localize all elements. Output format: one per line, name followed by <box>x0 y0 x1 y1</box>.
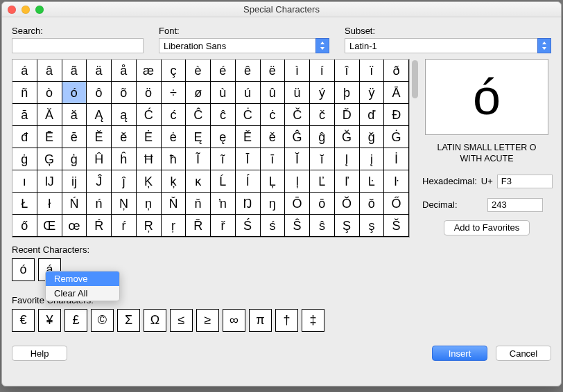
grid-cell[interactable]: Ċ <box>236 104 261 126</box>
grid-cell[interactable]: ő <box>12 215 37 237</box>
grid-cell[interactable]: ë <box>261 60 286 82</box>
grid-cell[interactable]: ģ <box>62 148 87 170</box>
grid-cell[interactable]: å <box>112 60 137 82</box>
favorite-chip[interactable]: © <box>91 309 114 332</box>
maximize-icon[interactable] <box>35 6 44 14</box>
grid-cell[interactable]: Ī <box>236 148 261 170</box>
font-dropdown-button[interactable] <box>315 38 329 53</box>
font-select[interactable] <box>159 38 315 53</box>
grid-cell[interactable]: Ě <box>236 126 261 148</box>
grid-cell[interactable]: Š <box>384 215 409 237</box>
grid-cell[interactable]: Ğ <box>335 126 360 148</box>
grid-cell[interactable]: Ć <box>137 104 162 126</box>
grid-cell[interactable]: ä <box>87 60 112 82</box>
grid-cell[interactable]: ļ <box>285 170 310 193</box>
favorite-chip[interactable]: Σ <box>117 309 140 332</box>
grid-cell[interactable]: Ŕ <box>87 215 112 237</box>
favorite-chip[interactable]: ‡ <box>302 309 324 332</box>
grid-cell[interactable]: ð <box>384 60 409 82</box>
grid-cell[interactable]: ı <box>12 170 37 193</box>
grid-cell[interactable]: Ŏ <box>335 193 360 215</box>
grid-cell[interactable]: ċ <box>261 104 286 126</box>
grid-cell[interactable]: Ġ <box>384 126 409 148</box>
hex-input[interactable] <box>497 175 553 188</box>
grid-cell[interactable]: Ő <box>384 193 409 215</box>
grid-cell[interactable]: ŋ <box>261 193 286 215</box>
grid-cell[interactable]: ō <box>310 193 335 215</box>
grid-cell[interactable]: ĳ <box>62 170 87 193</box>
grid-cell[interactable]: ĵ <box>112 170 137 193</box>
grid-cell[interactable]: Ş <box>335 215 360 237</box>
grid-cell[interactable]: Ĭ <box>285 148 310 170</box>
grid-cell[interactable]: ÿ <box>360 82 385 104</box>
grid-cell[interactable]: â <box>37 60 62 82</box>
grid-cell[interactable]: ą <box>112 104 137 126</box>
grid-cell[interactable]: ó <box>62 82 87 104</box>
cancel-button[interactable]: Cancel <box>496 346 551 361</box>
grid-cell[interactable]: Ā <box>384 82 409 104</box>
grid-cell[interactable]: Đ <box>384 104 409 126</box>
grid-cell[interactable]: ī <box>261 148 286 170</box>
grid-cell[interactable]: ĺ <box>236 170 261 193</box>
grid-cell[interactable]: Ļ <box>261 170 286 193</box>
favorite-chip[interactable]: † <box>275 309 298 332</box>
grid-cell[interactable]: Ĝ <box>285 126 310 148</box>
grid-cell[interactable]: ć <box>162 104 187 126</box>
grid-cell[interactable]: è <box>186 60 211 82</box>
grid-cell[interactable]: æ <box>137 60 162 82</box>
grid-cell[interactable]: ē <box>62 126 87 148</box>
grid-cell[interactable]: Ĥ <box>87 148 112 170</box>
grid-cell[interactable]: ă <box>62 104 87 126</box>
favorite-chip[interactable]: € <box>12 309 35 332</box>
grid-cell[interactable]: ñ <box>12 82 37 104</box>
favorite-chip[interactable]: Ω <box>144 309 166 332</box>
grid-cell[interactable]: ĸ <box>186 170 211 193</box>
grid-cell[interactable]: Ł <box>12 193 37 215</box>
grid-cell[interactable]: ń <box>87 193 112 215</box>
grid-cell[interactable]: ņ <box>137 193 162 215</box>
grid-cell[interactable]: ã <box>62 60 87 82</box>
grid-cell[interactable]: ŏ <box>360 193 385 215</box>
grid-cell[interactable]: ď <box>360 104 385 126</box>
grid-cell[interactable]: ø <box>186 82 211 104</box>
grid-cell[interactable]: ĉ <box>211 104 236 126</box>
grid-cell[interactable]: Ŀ <box>360 170 385 193</box>
grid-cell[interactable]: č <box>310 104 335 126</box>
grid-cell[interactable]: Ĳ <box>37 170 62 193</box>
grid-cell[interactable]: õ <box>112 82 137 104</box>
grid-cell[interactable]: đ <box>12 126 37 148</box>
grid-cell[interactable]: ŕ <box>112 215 137 237</box>
grid-cell[interactable]: ĕ <box>112 126 137 148</box>
grid-cell[interactable]: Ħ <box>137 148 162 170</box>
grid-cell[interactable]: ŗ <box>162 215 187 237</box>
grid-cell[interactable]: ò <box>37 82 62 104</box>
grid-cell[interactable]: Č <box>285 104 310 126</box>
dec-input[interactable] <box>487 198 543 212</box>
grid-cell[interactable]: ķ <box>162 170 187 193</box>
grid-cell[interactable]: ý <box>310 82 335 104</box>
recent-chip[interactable]: ó <box>12 258 35 281</box>
grid-cell[interactable]: Ė <box>137 126 162 148</box>
grid-cell[interactable]: ù <box>211 82 236 104</box>
grid-cell[interactable]: ô <box>87 82 112 104</box>
grid-cell[interactable]: Ą <box>87 104 112 126</box>
grid-cell[interactable]: ę <box>211 126 236 148</box>
grid-cell[interactable]: Ĉ <box>186 104 211 126</box>
grid-cell[interactable]: Ď <box>335 104 360 126</box>
grid-cell[interactable]: ï <box>360 60 385 82</box>
grid-cell[interactable]: ç <box>162 60 187 82</box>
grid-cell[interactable]: ě <box>261 126 286 148</box>
grid-cell[interactable]: Œ <box>37 215 62 237</box>
search-input[interactable] <box>12 38 144 53</box>
grid-cell[interactable]: ü <box>285 82 310 104</box>
favorite-chip[interactable]: £ <box>64 309 87 332</box>
grid-cell[interactable]: ś <box>261 215 286 237</box>
grid-cell[interactable]: ė <box>162 126 187 148</box>
grid-cell[interactable]: Ŗ <box>137 215 162 237</box>
grid-cell[interactable]: ň <box>186 193 211 215</box>
grid-cell[interactable]: Ģ <box>37 148 62 170</box>
grid-cell[interactable]: Ĕ <box>87 126 112 148</box>
grid-cell[interactable]: ĭ <box>310 148 335 170</box>
grid-cell[interactable]: ĩ <box>211 148 236 170</box>
grid-cell[interactable]: Ń <box>62 193 87 215</box>
